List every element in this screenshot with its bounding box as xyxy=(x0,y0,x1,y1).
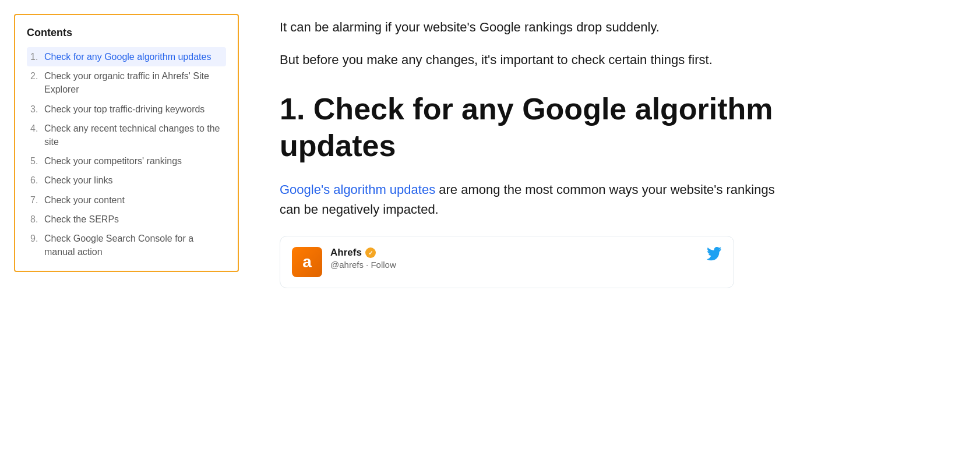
toc-item-7[interactable]: 7. Check your content xyxy=(27,190,226,210)
toc-link-8[interactable]: Check the SERPs xyxy=(44,213,119,226)
main-content: It can be alarming if your website's Goo… xyxy=(251,0,980,467)
twitter-icon xyxy=(707,247,722,266)
toc-num-3: 3. xyxy=(30,102,44,116)
toc-link-7[interactable]: Check your content xyxy=(44,193,125,207)
toc-item-1[interactable]: 1. Check for any Google algorithm update… xyxy=(27,47,226,66)
toc-list: 1. Check for any Google algorithm update… xyxy=(27,47,226,261)
toc-link-1[interactable]: Check for any Google algorithm updates xyxy=(44,50,211,63)
toc-item-2[interactable]: 2. Check your organic traffic in Ahrefs'… xyxy=(27,66,226,99)
tweet-handle: @ahrefs · Follow xyxy=(330,260,396,270)
toc-item-5[interactable]: 5. Check your competitors' rankings xyxy=(27,151,226,171)
toc-link-3[interactable]: Check your top traffic-driving keywords xyxy=(44,102,205,116)
toc-num-6: 6. xyxy=(30,174,44,187)
tweet-card: a Ahrefs ✓ @ahrefs · Follow xyxy=(280,236,734,288)
intro-paragraph-2: But before you make any changes, it's im… xyxy=(280,50,792,70)
toc-link-4[interactable]: Check any recent technical changes to th… xyxy=(44,122,223,148)
tweet-avatar: a xyxy=(292,247,322,277)
toc-panel: Contents 1. Check for any Google algorit… xyxy=(0,0,251,467)
toc-num-5: 5. xyxy=(30,154,44,168)
toc-box: Contents 1. Check for any Google algorit… xyxy=(14,14,239,272)
toc-link-6[interactable]: Check your links xyxy=(44,174,112,187)
verified-badge-icon: ✓ xyxy=(365,247,376,258)
toc-num-1: 1. xyxy=(30,50,44,63)
toc-item-9[interactable]: 9. Check Google Search Console for a man… xyxy=(27,229,226,261)
toc-num-2: 2. xyxy=(30,69,44,83)
google-algorithm-link[interactable]: Google's algorithm updates xyxy=(280,182,435,197)
avatar-letter: a xyxy=(302,253,312,271)
toc-link-2[interactable]: Check your organic traffic in Ahrefs' Si… xyxy=(44,69,223,96)
tweet-meta: Ahrefs ✓ @ahrefs · Follow xyxy=(330,247,396,270)
intro-paragraph-1: It can be alarming if your website's Goo… xyxy=(280,17,792,37)
toc-link-5[interactable]: Check your competitors' rankings xyxy=(44,154,182,168)
toc-num-7: 7. xyxy=(30,193,44,207)
toc-item-3[interactable]: 3. Check your top traffic-driving keywor… xyxy=(27,100,226,119)
tweet-name: Ahrefs xyxy=(330,247,362,259)
toc-num-9: 9. xyxy=(30,232,44,245)
toc-link-9[interactable]: Check Google Search Console for a manual… xyxy=(44,232,223,259)
toc-num-4: 4. xyxy=(30,122,44,135)
section-1-body: Google's algorithm updates are among the… xyxy=(280,180,792,220)
toc-title: Contents xyxy=(27,27,226,39)
toc-num-8: 8. xyxy=(30,213,44,226)
toc-item-4[interactable]: 4. Check any recent technical changes to… xyxy=(27,119,226,151)
toc-item-6[interactable]: 6. Check your links xyxy=(27,171,226,190)
tweet-name-row: Ahrefs ✓ xyxy=(330,247,396,259)
toc-item-8[interactable]: 8. Check the SERPs xyxy=(27,210,226,229)
section-1-heading: 1. Check for any Google algorithm update… xyxy=(280,91,792,164)
